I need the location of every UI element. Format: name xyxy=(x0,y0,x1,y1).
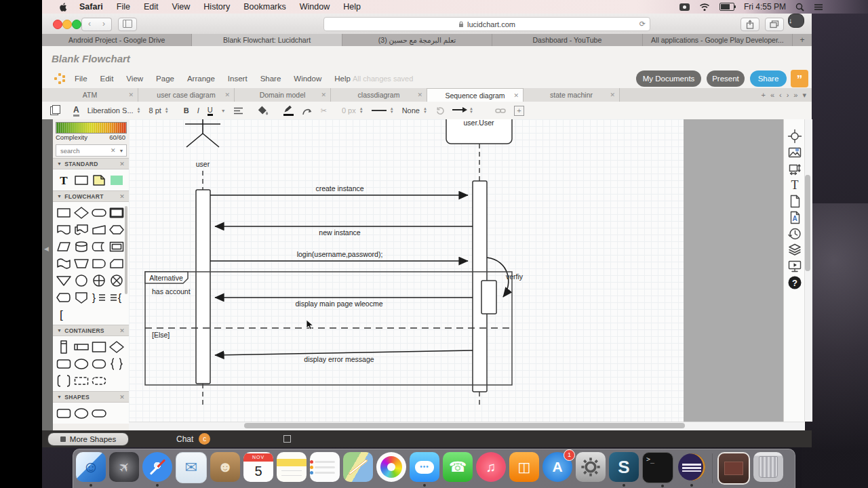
dock-appstore-icon[interactable]: A1 xyxy=(542,452,572,482)
shape-decision[interactable] xyxy=(73,204,90,221)
present-icon[interactable] xyxy=(787,259,802,274)
shape-terminator[interactable] xyxy=(90,204,108,221)
more-shapes-button[interactable]: More Shapes xyxy=(47,432,129,446)
shape-merge[interactable] xyxy=(55,272,73,289)
shape-container-dashed[interactable] xyxy=(73,372,90,389)
forward-button[interactable]: › xyxy=(96,18,112,31)
line-style-select[interactable]: ▲▼ xyxy=(372,107,394,114)
safari-tab-0[interactable]: Android Project - Google Drive xyxy=(42,34,192,46)
activation-user[interactable] xyxy=(196,190,210,384)
section-collapse-icon[interactable]: ▼ xyxy=(57,394,62,399)
message-create-label[interactable]: create instance xyxy=(315,184,363,192)
first-page-icon[interactable]: « xyxy=(770,91,774,99)
dock-trash-icon[interactable] xyxy=(753,452,783,482)
sidebar-button[interactable] xyxy=(118,18,137,31)
apple-logo-icon[interactable] xyxy=(58,2,67,12)
dock-ibooks-icon[interactable]: ◫ xyxy=(509,452,539,482)
shape-container-brackets[interactable] xyxy=(55,372,73,389)
shape-direct-data[interactable] xyxy=(90,238,108,255)
doc-tab-2[interactable]: Domain model✕ xyxy=(235,88,331,102)
text-icon[interactable]: T xyxy=(787,178,802,192)
alt-fragment-title[interactable]: Alternative xyxy=(149,274,183,282)
shape-database[interactable] xyxy=(73,238,90,255)
close-tab-icon[interactable]: ✕ xyxy=(224,92,230,98)
reload-icon[interactable]: ⟳ xyxy=(639,20,646,28)
shape-note[interactable] xyxy=(90,171,108,188)
lucid-menu-window[interactable]: Window xyxy=(294,75,321,83)
rotate-icon[interactable] xyxy=(435,106,444,115)
shape-internal-storage[interactable] xyxy=(108,238,125,255)
close-tab-icon[interactable]: ✕ xyxy=(417,92,422,98)
dock-calendar-icon[interactable]: NOV5 xyxy=(243,452,273,482)
doc-tab-1[interactable]: user case diagram✕ xyxy=(138,88,235,102)
section-close-icon[interactable]: ✕ xyxy=(119,327,125,334)
horizontal-scrollbar-thumb[interactable] xyxy=(244,423,685,428)
my-documents-button[interactable]: My Documents xyxy=(636,70,701,87)
actor-label[interactable]: user xyxy=(196,160,210,168)
chat-popout-icon[interactable] xyxy=(283,435,291,443)
window-minimize-button[interactable] xyxy=(62,20,72,29)
help-icon[interactable]: ? xyxy=(787,275,802,290)
page-list-icon[interactable]: ▾ xyxy=(802,91,806,100)
shape-brace-note-right[interactable]: } xyxy=(90,289,108,306)
shape-connector[interactable] xyxy=(73,272,90,289)
doc-tab-3[interactable]: classdiagram✕ xyxy=(331,88,427,102)
lucid-menu-arrange[interactable]: Arrange xyxy=(187,75,215,83)
break-link-icon[interactable]: ✂ xyxy=(321,106,327,115)
section-collapse-icon[interactable]: ▼ xyxy=(57,194,62,199)
safari-tab-2[interactable]: تعلم البرمجة مع حسين (3) xyxy=(342,34,492,46)
chat-avatar[interactable]: c xyxy=(199,433,210,445)
lucid-menu-share[interactable]: Share xyxy=(260,75,281,83)
show-tabs-button[interactable] xyxy=(765,18,784,31)
message-login-label[interactable]: login(username,password); xyxy=(297,250,383,258)
close-tab-icon[interactable]: ✕ xyxy=(513,92,519,99)
text-color-button[interactable]: A xyxy=(73,105,79,117)
safari-tab-4[interactable]: All applications - Google Play Developer… xyxy=(643,34,793,46)
message-display-error-arrow[interactable] xyxy=(215,350,473,355)
section-header-shapes[interactable]: ▼SHAPES✕ xyxy=(53,391,129,403)
shape-container-dashed-round[interactable] xyxy=(90,372,108,389)
lucid-menu-help[interactable]: Help xyxy=(334,75,351,83)
add-page-button[interactable]: + xyxy=(761,91,765,99)
dock-mail-icon[interactable]: ✉ xyxy=(176,452,207,483)
present-button[interactable]: Present xyxy=(707,70,745,87)
dock-messages-icon[interactable]: ••• xyxy=(410,452,439,482)
italic-button[interactable]: I xyxy=(197,106,199,115)
template-icon[interactable]: A xyxy=(787,210,802,225)
lucid-menu-file[interactable]: File xyxy=(75,75,87,83)
line-end-select[interactable]: None▲▼ xyxy=(402,106,427,115)
share-button[interactable] xyxy=(741,18,760,31)
diagram-page[interactable]: user user.User create instance new insta… xyxy=(129,119,684,422)
section-header-flowchart[interactable]: ▼FLOWCHART✕ xyxy=(53,190,129,202)
guard-has-account[interactable]: has account xyxy=(152,287,191,296)
prev-page-icon[interactable]: ‹ xyxy=(779,91,782,99)
dock-eclipse-icon[interactable] xyxy=(677,452,707,482)
menu-view[interactable]: View xyxy=(172,2,190,12)
screen-recording-icon[interactable] xyxy=(679,3,690,11)
section-close-icon[interactable]: ✕ xyxy=(119,394,125,401)
activation-verify[interactable] xyxy=(481,281,496,314)
doc-tab-5[interactable]: state machinr✕ xyxy=(524,88,620,102)
next-page-icon[interactable]: › xyxy=(787,91,789,99)
shape-text[interactable]: T xyxy=(55,171,73,188)
shape-card[interactable] xyxy=(108,255,125,272)
clear-search-icon[interactable]: ✕ xyxy=(111,147,116,154)
shape-summing-junction[interactable] xyxy=(108,272,125,289)
shape-container-diamond[interactable] xyxy=(108,338,125,355)
section-collapse-icon[interactable]: ▼ xyxy=(57,328,62,333)
shape-or-junction[interactable] xyxy=(90,272,108,289)
text-style-dropdown-icon[interactable]: ▼ xyxy=(221,108,226,113)
menu-bookmarks[interactable]: Bookmarks xyxy=(243,2,286,12)
menu-safari[interactable]: Safari xyxy=(79,2,103,12)
shape-manual-input[interactable] xyxy=(90,221,108,238)
add-field-button[interactable]: + xyxy=(514,106,524,116)
shape-container-rounded[interactable] xyxy=(55,355,73,372)
spotlight-search-icon[interactable] xyxy=(795,3,804,12)
section-header-containers[interactable]: ▼CONTAINERS✕ xyxy=(53,325,129,336)
section-header-standard[interactable]: ▼STANDARD✕ xyxy=(53,158,129,169)
shape-off-page[interactable] xyxy=(73,289,90,306)
lucid-menu-insert[interactable]: Insert xyxy=(228,75,248,83)
shape-preparation[interactable] xyxy=(108,221,125,238)
close-tab-icon[interactable]: ✕ xyxy=(321,92,326,98)
wifi-icon[interactable] xyxy=(699,3,710,12)
